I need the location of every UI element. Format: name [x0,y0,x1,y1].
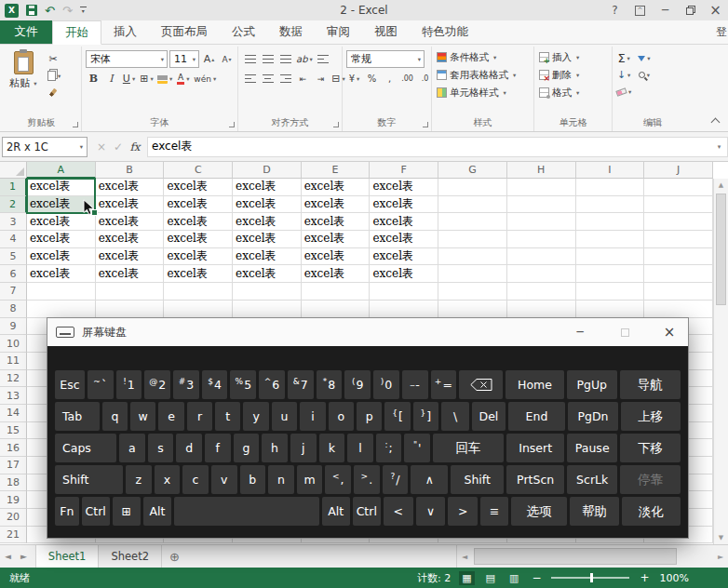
key-f[interactable]: f [205,434,231,462]
tab-features[interactable]: 特色功能 [410,20,480,44]
dialog-launcher-icon[interactable] [73,122,78,127]
tab-home[interactable]: 开始 [52,20,101,45]
cut-button[interactable]: ✂ [45,51,61,67]
key-[[interactable]: {[ [384,402,410,431]
customize-toolbar-icon[interactable]: ▾ [80,7,87,14]
key-PgUp[interactable]: PgUp [567,370,617,399]
col-header-E[interactable]: E [302,162,371,179]
insert-function-button[interactable]: fx [127,140,143,154]
key-a[interactable]: a [119,434,145,462]
cell-F1[interactable]: excel表 [370,179,438,196]
cell-C5[interactable]: excel表 [164,248,233,266]
cell-J5[interactable] [644,248,713,266]
cell-F3[interactable]: excel表 [370,213,438,231]
phonetic-guide-button[interactable]: wén▾ [193,71,217,87]
cell-B1[interactable]: excel表 [96,179,165,196]
cell-H6[interactable] [507,265,576,283]
key-2[interactable]: @2 [144,370,170,399]
key-arrow-left[interactable]: < [384,497,413,526]
help-icon[interactable]: ? [602,0,627,20]
cell-C8[interactable] [164,301,233,318]
row-header-20[interactable]: 20 [0,509,27,527]
key-move-up[interactable]: 上移 [621,402,681,431]
cell-F6[interactable]: excel表 [370,265,438,283]
key-arrow-up[interactable]: ∧ [411,465,448,494]
autosum-button[interactable]: Σ▾ [615,50,632,66]
accounting-format-button[interactable]: ¥▾ [346,71,362,87]
key-Shift[interactable]: Shift [451,465,504,494]
key-,[interactable]: <, [325,465,351,494]
row-header-6[interactable]: 6 [0,265,27,283]
cell-H5[interactable] [507,248,576,266]
cell-E7[interactable] [302,283,371,301]
key-backspace[interactable] [459,370,503,399]
cell-I6[interactable] [576,265,645,283]
format-painter-button[interactable] [45,85,61,100]
cell-G4[interactable] [438,231,507,248]
cell-F8[interactable] [370,301,438,318]
row-header-19[interactable]: 19 [0,491,27,509]
key-p[interactable]: p [357,402,382,431]
cell-B8[interactable] [96,301,165,318]
shrink-font-button[interactable]: A▾ [219,51,235,67]
tab-view[interactable]: 视图 [362,20,410,44]
sign-in-button[interactable]: 登 [716,20,728,44]
delete-cells-button[interactable]: 删除▾ [537,66,609,84]
cell-F2[interactable]: excel表 [370,196,438,214]
align-bottom-button[interactable] [277,51,293,67]
key-PgDn[interactable]: PgDn [568,402,617,431]
cell-E1[interactable]: excel表 [302,179,371,196]
col-header-F[interactable]: F [370,162,438,179]
cell-E3[interactable]: excel表 [302,213,371,231]
cell-D1[interactable]: excel表 [233,179,302,196]
key-s[interactable]: s [148,434,174,462]
key-o[interactable]: o [329,402,354,431]
align-center-button[interactable] [260,71,276,87]
paste-button[interactable]: 粘贴▾ [5,48,42,100]
key-v[interactable]: v [211,465,237,494]
key--[interactable]: _- [402,370,428,399]
key-dock[interactable]: 停靠 [620,465,681,494]
font-color-button[interactable]: A▾ [175,71,191,87]
excel-logo-icon[interactable] [5,4,19,18]
cell-D4[interactable]: excel表 [233,231,302,248]
row-header-16[interactable]: 16 [0,439,27,457]
key-1[interactable]: !1 [116,370,142,399]
key-8[interactable]: *8 [317,370,343,399]
cell-E4[interactable]: excel表 [302,231,371,248]
cell-B6[interactable]: excel表 [96,265,165,283]
cell-J3[interactable] [644,213,713,231]
cell-C6[interactable]: excel表 [164,265,233,283]
key-x[interactable]: x [155,465,181,494]
format-as-table-button[interactable]: 套用表格格式▾ [435,66,531,84]
scroll-left-icon[interactable]: ◄ [457,553,472,561]
cell-H4[interactable] [507,231,576,248]
font-size-select[interactable]: 11▾ [169,50,199,68]
cell-C1[interactable]: excel表 [164,179,233,196]
cell-A1[interactable]: excel表 [27,179,96,196]
restore-icon[interactable] [678,0,703,20]
key-k[interactable]: k [319,434,345,462]
cell-F5[interactable]: excel表 [370,248,438,266]
key-h[interactable]: h [262,434,288,462]
close-icon[interactable]: × [703,0,728,20]
key-d[interactable]: d [176,434,202,462]
cell-H7[interactable] [507,283,576,301]
scroll-right-icon[interactable]: ► [713,553,728,561]
cell-B7[interactable] [96,283,165,301]
tab-page-layout[interactable]: 页面布局 [149,20,220,44]
row-header-4[interactable]: 4 [0,231,27,248]
insert-cells-button[interactable]: 插入▾ [537,48,609,66]
key-y[interactable]: y [243,402,268,431]
row-header-21[interactable]: 21 [0,527,27,544]
key-help[interactable]: 帮助 [570,497,618,526]
key-space[interactable] [174,497,319,526]
decrease-indent-button[interactable]: ⇤ [295,71,311,87]
key-.[interactable]: >. [354,465,380,494]
cell-I2[interactable] [576,196,645,214]
cell-E8[interactable] [302,301,371,318]
key-arrow-down[interactable]: ∨ [416,497,446,526]
key-Fn[interactable]: Fn [55,497,79,526]
cell-styles-button[interactable]: 单元格样式▾ [435,84,531,101]
row-header-7[interactable]: 7 [0,283,27,301]
